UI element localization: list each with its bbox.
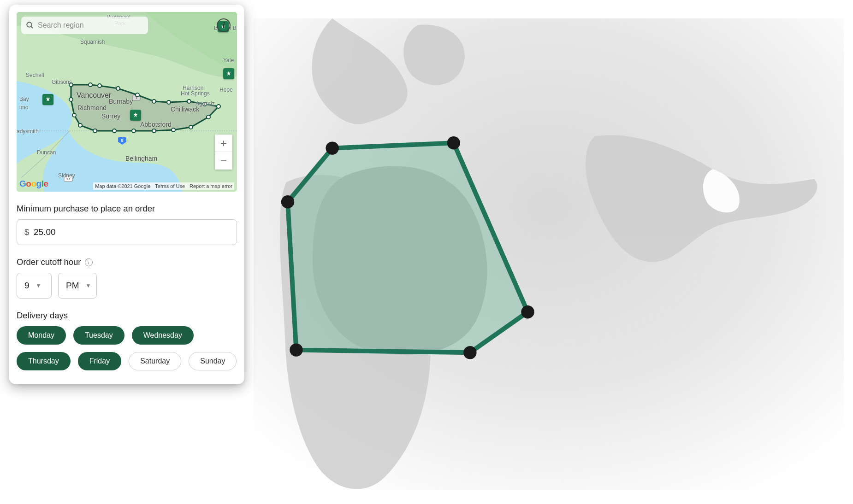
day-chip-thursday[interactable]: Thursday (17, 352, 71, 370)
polygon-vertex[interactable] (207, 115, 210, 119)
polygon-vertex[interactable] (72, 113, 76, 117)
polygon-vertex[interactable] (89, 83, 92, 87)
polygon-vertex[interactable] (116, 87, 120, 90)
day-chip-saturday[interactable]: Saturday (129, 352, 181, 370)
map-zoom-controls: + − (215, 135, 232, 170)
polygon-vertex[interactable] (203, 102, 207, 106)
polygon-vertex[interactable] (69, 83, 73, 87)
search-icon (26, 21, 34, 30)
terms-link[interactable]: Terms of Use (155, 183, 185, 189)
polygon-vertex[interactable] (152, 129, 156, 133)
delivery-zone-settings-card: 5 7 17 ProvincialParkBoston BarSquamishS… (9, 5, 244, 384)
currency-symbol: $ (24, 228, 29, 237)
overview-polygon-vertex[interactable] (463, 346, 476, 359)
polygon-vertex[interactable] (136, 93, 139, 97)
region-overview-map (254, 14, 844, 495)
polygon-vertex[interactable] (217, 105, 220, 108)
polygon-vertex[interactable] (69, 98, 73, 101)
polygon-vertex[interactable] (113, 129, 116, 133)
map-search[interactable] (21, 17, 148, 34)
map-search-input[interactable] (38, 21, 143, 29)
polygon-vertex[interactable] (93, 129, 97, 133)
google-logo: Google (19, 179, 48, 189)
min-purchase-field[interactable]: $ (17, 219, 237, 245)
day-chip-monday[interactable]: Monday (17, 326, 66, 345)
cutoff-hour-select[interactable]: 9 ▼ (17, 273, 52, 299)
chevron-down-icon: ▼ (86, 282, 91, 289)
zoom-out-button[interactable]: − (215, 152, 232, 170)
report-map-error-link[interactable]: Report a map error (190, 183, 232, 189)
delivery-days-chips: MondayTuesdayWednesdayThursdayFridaySatu… (17, 326, 237, 370)
day-chip-friday[interactable]: Friday (78, 352, 121, 370)
svg-line-8 (31, 26, 33, 28)
overview-polygon-vertex[interactable] (281, 195, 294, 208)
polygon-vertex[interactable] (172, 128, 175, 132)
zoom-in-button[interactable]: + (215, 135, 232, 152)
overview-polygon-vertex[interactable] (290, 343, 302, 356)
help-icon[interactable]: i (85, 258, 93, 266)
polygon-vertex[interactable] (152, 100, 156, 103)
polygon-vertex[interactable] (98, 84, 101, 88)
svg-point-7 (27, 22, 31, 27)
poi-marker[interactable] (42, 94, 53, 105)
poi-marker[interactable] (130, 110, 141, 121)
svg-marker-6 (71, 85, 219, 131)
polygon-vertex[interactable] (187, 100, 191, 103)
cutoff-hour-label: Order cutoff hour i (17, 257, 237, 267)
polygon-vertex[interactable] (132, 129, 136, 133)
overview-polygon-vertex[interactable] (447, 136, 460, 149)
min-purchase-input[interactable] (34, 227, 229, 237)
day-chip-wednesday[interactable]: Wednesday (132, 326, 194, 345)
info-icon[interactable]: i (217, 18, 231, 32)
overview-polygon-vertex[interactable] (326, 141, 338, 154)
polygon-vertex[interactable] (78, 123, 82, 127)
delivery-days-label: Delivery days (17, 311, 237, 321)
min-purchase-label: Minimum purchase to place an order (17, 204, 237, 214)
overview-polygon-vertex[interactable] (521, 305, 534, 318)
map-attribution: Map data ©2021 Google Terms of Use Repor… (93, 182, 234, 190)
chevron-down-icon: ▼ (36, 282, 41, 289)
polygon-vertex[interactable] (189, 125, 193, 129)
poi-marker[interactable] (223, 68, 234, 79)
region-map[interactable]: 5 7 17 ProvincialParkBoston BarSquamishS… (17, 12, 237, 192)
cutoff-period-select[interactable]: PM ▼ (58, 273, 97, 299)
day-chip-tuesday[interactable]: Tuesday (73, 326, 124, 345)
polygon-vertex[interactable] (167, 100, 171, 104)
map-data-copyright: Map data ©2021 Google (95, 183, 150, 189)
day-chip-sunday[interactable]: Sunday (189, 352, 237, 370)
